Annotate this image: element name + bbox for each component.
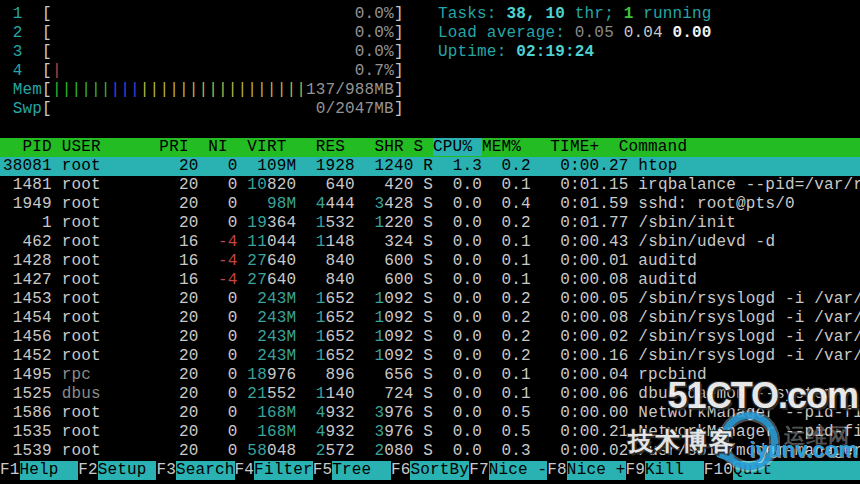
fkey-quit[interactable]: F10Quit bbox=[704, 461, 860, 480]
cpu-percent-value: 0.0% bbox=[355, 5, 394, 23]
column-header-command[interactable]: Command bbox=[619, 138, 687, 156]
cell-space bbox=[238, 176, 248, 194]
process-row[interactable]: 1428 root 16 -4 27640 840 600 S 0.0 0.1 … bbox=[0, 252, 860, 271]
process-row[interactable]: 1539 root 20 0 58048 2572 2080 S 0.0 0.3… bbox=[0, 442, 860, 461]
column-header-pid[interactable]: PID bbox=[3, 138, 52, 156]
column-header-shr[interactable]: SHR bbox=[355, 138, 404, 156]
cell-space bbox=[198, 347, 208, 365]
cell-space bbox=[629, 366, 639, 384]
process-row[interactable]: 1525 dbus 20 0 21552 1140 724 S 0.0 0.1 … bbox=[0, 385, 860, 404]
process-row[interactable]: 1481 root 20 0 10820 640 420 S 0.0 0.1 0… bbox=[0, 176, 860, 195]
mem-percent-cell: 0.2 bbox=[492, 157, 531, 175]
res-cell: 1 bbox=[306, 309, 326, 327]
fkey-tree[interactable]: F5Tree bbox=[313, 461, 391, 480]
cell-space bbox=[531, 271, 541, 289]
state-cell: S bbox=[423, 423, 433, 441]
process-row[interactable]: 1495 rpc 20 0 18976 896 656 S 0.0 0.1 0:… bbox=[0, 366, 860, 385]
cell-space bbox=[414, 176, 424, 194]
cell-space bbox=[296, 442, 306, 460]
pri-cell: 20 bbox=[169, 442, 198, 460]
column-header-s[interactable]: S bbox=[414, 138, 424, 156]
state-cell: S bbox=[423, 176, 433, 194]
htop-terminal: 1 [ 0.0%] 2 [ 0.0%] 3 [ 0.0%] 4 [| 0.7%]… bbox=[0, 0, 860, 484]
fkey-nice[interactable]: F8Nice + bbox=[547, 461, 625, 480]
virt-cell: 552 bbox=[267, 385, 296, 403]
virt-cell: 58 bbox=[247, 442, 267, 460]
cpu-percent-cell: 0.0 bbox=[443, 309, 482, 327]
cell-space bbox=[531, 233, 541, 251]
column-header-cpu[interactable]: CPU% bbox=[433, 138, 482, 156]
cell-space bbox=[355, 290, 365, 308]
column-header-res[interactable]: RES bbox=[296, 138, 345, 156]
cell-space bbox=[414, 328, 424, 346]
cell-space bbox=[629, 309, 639, 327]
pid-cell: 1539 bbox=[3, 442, 52, 460]
fkey-label: Tree bbox=[332, 461, 391, 480]
column-header-user[interactable]: USER bbox=[62, 138, 160, 156]
cell-space bbox=[482, 309, 492, 327]
process-row[interactable]: 1452 root 20 0 243M 1652 1092 S 0.0 0.2 … bbox=[0, 347, 860, 366]
nice-cell: -4 bbox=[208, 233, 237, 251]
column-header-ni[interactable]: NI bbox=[198, 138, 227, 156]
process-row[interactable]: 1454 root 20 0 243M 1652 1092 S 0.0 0.2 … bbox=[0, 309, 860, 328]
cell-space bbox=[159, 404, 169, 422]
res-cell: 1 bbox=[306, 157, 326, 175]
process-row[interactable]: 1586 root 20 0 168M 4932 3976 S 0.0 0.5 … bbox=[0, 404, 860, 423]
cell-space bbox=[159, 176, 169, 194]
cell-space bbox=[414, 404, 424, 422]
process-row[interactable]: 1427 root 16 -4 27640 840 600 S 0.0 0.1 … bbox=[0, 271, 860, 290]
res-cell: 652 bbox=[326, 309, 355, 327]
tasks-status-panel: Tasks: 38, 10 thr; 1 runningLoad average… bbox=[438, 5, 712, 62]
process-row[interactable]: 1949 root 20 0 98M 4444 3428 S 0.0 0.4 0… bbox=[0, 195, 860, 214]
user-cell: dbus bbox=[62, 385, 160, 403]
pid-cell: 1427 bbox=[3, 271, 52, 289]
fkey-nice[interactable]: F7Nice - bbox=[469, 461, 547, 480]
memory-meter-label: Mem bbox=[3, 81, 42, 99]
shr-cell: 420 bbox=[365, 176, 414, 194]
cell-space bbox=[159, 214, 169, 232]
cell-space bbox=[433, 252, 443, 270]
column-header-pri[interactable]: PRI bbox=[159, 138, 188, 156]
cell-space bbox=[629, 271, 639, 289]
cell-space bbox=[482, 347, 492, 365]
user-cell: root bbox=[62, 252, 160, 270]
fkey-kill[interactable]: F9Kill bbox=[626, 461, 704, 480]
process-row[interactable]: 1453 root 20 0 243M 1652 1092 S 0.0 0.2 … bbox=[0, 290, 860, 309]
process-table-body: 38081 root 20 0 109M 1928 1240 R 1.3 0.2… bbox=[0, 157, 860, 461]
cell-space bbox=[355, 157, 365, 175]
cell-space bbox=[629, 252, 639, 270]
column-header-virt[interactable]: VIRT bbox=[238, 138, 287, 156]
process-row[interactable]: 462 root 16 -4 11044 1148 324 S 0.0 0.1 … bbox=[0, 233, 860, 252]
time-cell: 0:00.16 bbox=[541, 347, 629, 365]
cell-space bbox=[482, 271, 492, 289]
process-row[interactable]: 1535 root 20 0 168M 4932 3976 S 0.0 0.5 … bbox=[0, 423, 860, 442]
fkey-sortby[interactable]: F6SortBy bbox=[391, 461, 469, 480]
column-header-mem[interactable]: MEM% bbox=[482, 138, 521, 156]
cell-space bbox=[52, 366, 62, 384]
cell-space bbox=[531, 290, 541, 308]
cell-space bbox=[198, 290, 208, 308]
nice-cell: 0 bbox=[208, 385, 237, 403]
time-cell: 0:00.02 bbox=[541, 328, 629, 346]
process-row[interactable]: 1456 root 20 0 243M 1652 1092 S 0.0 0.2 … bbox=[0, 328, 860, 347]
pid-cell: 1452 bbox=[3, 347, 52, 365]
time-cell: 0:00.04 bbox=[541, 366, 629, 384]
cpu-percent-value: 0.0% bbox=[355, 43, 394, 61]
mem-percent-cell: 0.1 bbox=[492, 233, 531, 251]
user-cell: root bbox=[62, 423, 160, 441]
cell-space bbox=[198, 271, 208, 289]
process-row[interactable]: 1 root 20 0 19364 1532 1220 S 0.0 0.2 0:… bbox=[0, 214, 860, 233]
column-header-time[interactable]: TIME+ bbox=[531, 138, 619, 156]
fkey-filter[interactable]: F4Filter bbox=[235, 461, 313, 480]
fkey-help[interactable]: F1Help bbox=[0, 461, 78, 480]
shr-cell: 1 bbox=[365, 328, 385, 346]
cell-space bbox=[433, 157, 443, 175]
fkey-search[interactable]: F3Search bbox=[156, 461, 234, 480]
header-space bbox=[189, 138, 199, 156]
state-cell: S bbox=[423, 271, 433, 289]
nice-cell: 0 bbox=[208, 195, 237, 213]
cell-space bbox=[414, 195, 424, 213]
process-row[interactable]: 38081 root 20 0 109M 1928 1240 R 1.3 0.2… bbox=[0, 157, 860, 176]
fkey-setup[interactable]: F2Setup bbox=[78, 461, 156, 480]
fkey-number: F6 bbox=[391, 461, 411, 480]
